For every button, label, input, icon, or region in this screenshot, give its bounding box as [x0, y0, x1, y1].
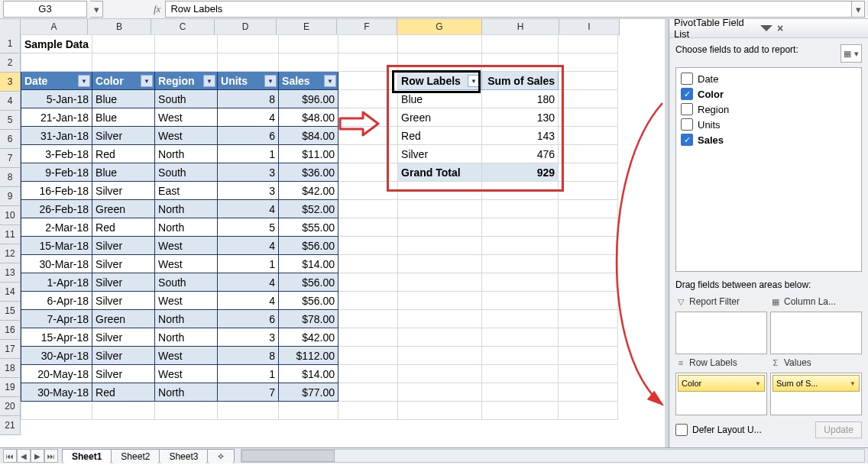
- cell-C2[interactable]: [155, 53, 218, 72]
- cell-A8[interactable]: 9-Feb-18: [21, 163, 92, 182]
- cell-C18[interactable]: West: [155, 347, 218, 365]
- select-all-corner[interactable]: [0, 19, 21, 35]
- cell-C12[interactable]: West: [155, 237, 218, 255]
- cell-A2[interactable]: [21, 53, 92, 72]
- sheet-tab-sheet2[interactable]: Sheet2: [111, 449, 160, 463]
- fx-icon[interactable]: fx: [154, 3, 160, 15]
- update-button[interactable]: Update: [815, 421, 862, 438]
- cell-D1[interactable]: [218, 35, 279, 53]
- cell-H4[interactable]: 180: [482, 90, 559, 108]
- cell-F11[interactable]: [338, 218, 398, 237]
- row-header-2[interactable]: 2: [0, 53, 21, 73]
- cell-H16[interactable]: [482, 310, 559, 328]
- filter-icon[interactable]: ▼: [203, 75, 215, 87]
- cell-I5[interactable]: [559, 108, 618, 127]
- cell-H5[interactable]: 130: [482, 108, 559, 127]
- cell-F14[interactable]: [338, 273, 398, 292]
- cell-A3[interactable]: Date▼: [21, 72, 92, 90]
- cell-C19[interactable]: West: [155, 365, 218, 383]
- cell-I1[interactable]: [559, 35, 618, 53]
- cell-H3[interactable]: Sum of Sales: [482, 72, 559, 90]
- cell-G6[interactable]: Red: [398, 127, 482, 145]
- cell-E8[interactable]: $36.00: [279, 163, 338, 182]
- col-header-D[interactable]: D: [215, 19, 277, 35]
- cell-D20[interactable]: 7: [218, 383, 279, 402]
- cell-A18[interactable]: 30-Apr-18: [21, 347, 92, 365]
- cell-F17[interactable]: [338, 328, 398, 347]
- filter-icon[interactable]: ▼: [78, 75, 90, 87]
- cell-A13[interactable]: 30-Mar-18: [21, 255, 92, 273]
- filter-icon[interactable]: ▼: [264, 75, 277, 87]
- cell-A20[interactable]: 30-May-18: [21, 383, 92, 402]
- cell-B12[interactable]: Silver: [92, 237, 155, 255]
- cell-B20[interactable]: Red: [92, 383, 155, 402]
- cell-I10[interactable]: [559, 200, 618, 218]
- cell-F19[interactable]: [338, 365, 398, 383]
- cell-E17[interactable]: $42.00: [279, 328, 338, 347]
- cell-C1[interactable]: [155, 35, 218, 53]
- cell-H20[interactable]: [482, 383, 559, 402]
- cell-F7[interactable]: [338, 145, 398, 163]
- cell-E20[interactable]: $77.00: [279, 383, 338, 402]
- col-header-G[interactable]: G: [397, 19, 482, 35]
- cell-A16[interactable]: 7-Apr-18: [21, 310, 92, 328]
- cell-I7[interactable]: [559, 145, 618, 163]
- cell-D19[interactable]: 1: [218, 365, 279, 383]
- cell-D15[interactable]: 4: [218, 292, 279, 310]
- cell-H8[interactable]: 929: [482, 163, 559, 182]
- row-header-9[interactable]: 9: [0, 187, 21, 206]
- cell-G8[interactable]: Grand Total: [398, 163, 482, 182]
- row-header-8[interactable]: 8: [0, 168, 21, 187]
- cell-E18[interactable]: $112.00: [279, 347, 338, 365]
- filter-icon[interactable]: ▼: [324, 75, 336, 87]
- row-header-12[interactable]: 12: [0, 244, 21, 263]
- cell-H9[interactable]: [482, 182, 559, 200]
- col-header-H[interactable]: H: [482, 19, 559, 35]
- cell-E7[interactable]: $11.00: [279, 145, 338, 163]
- values-area[interactable]: Sum of S...▼: [770, 373, 862, 415]
- report-filter-area[interactable]: [675, 312, 767, 354]
- cell-E15[interactable]: $56.00: [279, 292, 338, 310]
- cell-A9[interactable]: 16-Feb-18: [21, 182, 92, 200]
- row-header-17[interactable]: 17: [0, 340, 21, 359]
- cell-H2[interactable]: [482, 53, 559, 72]
- cell-D12[interactable]: 4: [218, 237, 279, 255]
- cell-H13[interactable]: [482, 255, 559, 273]
- cell-A4[interactable]: 5-Jan-18: [21, 90, 92, 108]
- cell-A15[interactable]: 6-Apr-18: [21, 292, 92, 310]
- col-header-C[interactable]: C: [151, 19, 215, 35]
- cell-B2[interactable]: [92, 53, 155, 72]
- cell-B8[interactable]: Blue: [92, 163, 155, 182]
- cell-A7[interactable]: 3-Feb-18: [21, 145, 92, 163]
- cell-B17[interactable]: Silver: [92, 328, 155, 347]
- cell-F10[interactable]: [338, 200, 398, 218]
- close-icon[interactable]: ×: [777, 22, 863, 34]
- cell-G17[interactable]: [398, 328, 482, 347]
- cell-G18[interactable]: [398, 347, 482, 365]
- name-box-dropdown[interactable]: ▾: [90, 1, 103, 18]
- cell-G1[interactable]: [398, 35, 482, 53]
- cell-F4[interactable]: [338, 90, 398, 108]
- cell-C6[interactable]: West: [155, 127, 218, 145]
- cell-D16[interactable]: 6: [218, 310, 279, 328]
- defer-layout-checkbox[interactable]: [675, 424, 688, 436]
- cell-D7[interactable]: 1: [218, 145, 279, 163]
- field-checkbox[interactable]: [681, 88, 693, 100]
- cell-F9[interactable]: [338, 182, 398, 200]
- formula-bar-expand[interactable]: ▾: [852, 1, 865, 18]
- cell-H14[interactable]: [482, 273, 559, 292]
- cell-I18[interactable]: [559, 347, 618, 365]
- row-header-11[interactable]: 11: [0, 225, 21, 244]
- row-field-chip[interactable]: Color▼: [678, 375, 765, 392]
- cell-C20[interactable]: North: [155, 383, 218, 402]
- cell-F20[interactable]: [338, 383, 398, 402]
- cell-D6[interactable]: 6: [218, 127, 279, 145]
- cell-C16[interactable]: North: [155, 310, 218, 328]
- row-header-10[interactable]: 10: [0, 206, 21, 225]
- cell-B7[interactable]: Red: [92, 145, 155, 163]
- row-header-19[interactable]: 19: [0, 378, 21, 397]
- row-header-7[interactable]: 7: [0, 149, 21, 168]
- cell-E2[interactable]: [279, 53, 338, 72]
- tab-nav-first[interactable]: ⏮: [3, 449, 17, 463]
- cell-H17[interactable]: [482, 328, 559, 347]
